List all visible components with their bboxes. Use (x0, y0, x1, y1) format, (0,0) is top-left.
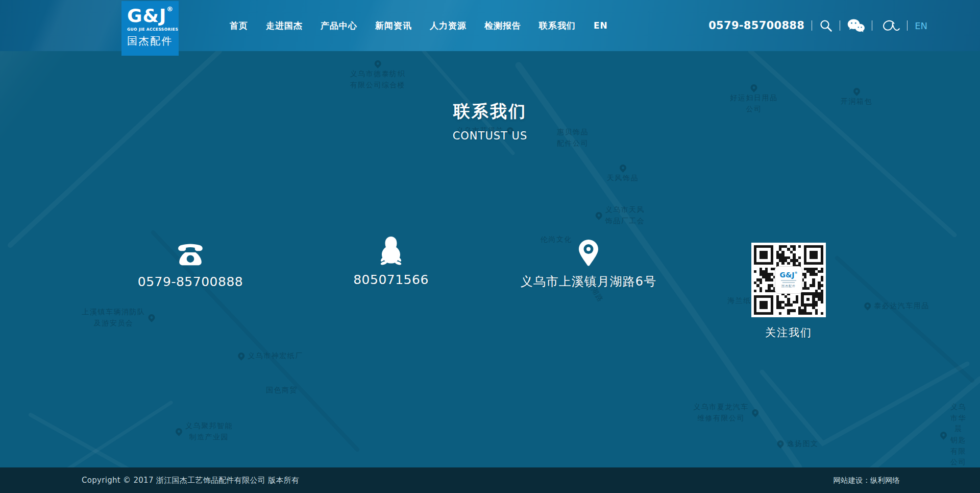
map-pin-icon (939, 430, 948, 439)
main-nav: 首页 走进国杰 产品中心 新闻资讯 人力资源 检测报告 联系我们 EN (230, 0, 626, 51)
phone-icon (88, 238, 292, 268)
copyright-text: Copyright © 2017 浙江国杰工艺饰品配件有限公司 版本所有 (82, 467, 299, 493)
map-label: 义乌聚邦智能 制造产业园 (176, 420, 233, 442)
map-pin-icon (750, 408, 760, 417)
builder-label: 网站建设： (834, 476, 871, 484)
map-pin-icon (618, 163, 627, 172)
map-label: 泰必达汽车用品 (864, 300, 929, 312)
qr-logo-lines (775, 279, 802, 283)
nav-item-reports[interactable]: 检测报告 (484, 20, 521, 32)
map-label: 义乌市德泰纺织 有限公司综合楼 (350, 60, 406, 90)
contact-phone-card: 0579-85700888 (88, 238, 292, 289)
page: 义乌市德泰纺织 有限公司综合楼好运妇日用品 公司开润箱包义乌市芬得兰惠贝饰品 配… (0, 0, 980, 493)
map-label: 义乌市神宏纸厂 (238, 350, 303, 362)
map-label: 国色商贸 (266, 385, 298, 396)
map-pin-icon (852, 86, 861, 96)
qr-logo-chinese: 国杰配件 (781, 284, 796, 289)
wechat-qr-card: G&J® 国杰配件 关注我们 (738, 243, 840, 340)
site-footer: Copyright © 2017 浙江国杰工艺饰品配件有限公司 版本所有 网站建… (0, 467, 980, 493)
nav-item-hr[interactable]: 人力资源 (430, 20, 467, 32)
map-label: 义乌市夏龙汽车 维修有限公司 (693, 402, 758, 424)
address-text: 义乌市上溪镇月湖路6号 (486, 273, 691, 290)
divider (812, 20, 812, 31)
page-subtitle: CONTUST US (0, 130, 980, 142)
qq-icon (289, 236, 493, 266)
builder-link[interactable]: 纵利网络 (870, 476, 900, 484)
company-logo[interactable]: G&J® GUO JIE ACCESSORIES 国杰配件 (121, 1, 179, 56)
qq-number: 805071566 (289, 272, 493, 287)
logo-tagline: GUO JIE ACCESSORIES (127, 27, 179, 32)
header-utilities: 0579-85700888 (708, 0, 927, 51)
map-pin-icon (147, 313, 156, 322)
map-label: 天风饰品 (607, 165, 639, 184)
map-pin-icon (237, 351, 246, 361)
nav-item-home[interactable]: 首页 (230, 20, 248, 32)
nav-item-news[interactable]: 新闻资讯 (375, 20, 412, 32)
map-label: 义乌市华晨 钥匙有限公司 (940, 402, 967, 468)
alibaba-icon[interactable] (879, 19, 900, 32)
map-pin-icon (776, 439, 785, 449)
nav-item-contact[interactable]: 联系我们 (539, 20, 576, 32)
site-builder: 网站建设：纵利网络 (834, 467, 900, 493)
site-header: G&J® GUO JIE ACCESSORIES 国杰配件 首页 走进国杰 产品… (0, 0, 980, 51)
logo-text: G&J® (127, 6, 179, 26)
qr-logo-text: G&J® (780, 271, 798, 279)
map-pin-icon (373, 59, 382, 68)
registered-mark: ® (166, 5, 174, 13)
search-icon[interactable] (819, 19, 832, 32)
map-label: 义乌市天风 饰品厂工会 (596, 204, 645, 226)
phone-number: 0579-85700888 (88, 274, 292, 289)
location-icon (486, 237, 691, 267)
map-label: 上溪镇车辆消防队 及游安员会 (82, 307, 155, 328)
map-pin-icon (174, 427, 183, 436)
contact-address-card: 义乌市上溪镇月湖路6号 (486, 237, 691, 290)
wechat-icon[interactable] (847, 18, 865, 33)
nav-item-en[interactable]: EN (594, 20, 608, 31)
header-phone-number: 0579-85700888 (708, 19, 804, 32)
divider (907, 20, 908, 31)
divider (840, 20, 840, 31)
language-toggle[interactable]: EN (915, 20, 927, 31)
qrcode-image: G&J® 国杰配件 (751, 243, 826, 317)
nav-item-about[interactable]: 走进国杰 (266, 20, 303, 32)
page-title: 联系我们 (0, 100, 980, 123)
qr-caption: 关注我们 (738, 325, 840, 340)
map-pin-icon (749, 83, 758, 92)
map-pin-icon (863, 301, 872, 311)
map-label: 逸扬图文 (777, 438, 819, 450)
contact-qq-card: 805071566 (289, 236, 493, 287)
qr-center-logo: G&J® 国杰配件 (775, 266, 802, 294)
divider (872, 20, 872, 31)
map-pin-icon (594, 210, 603, 220)
logo-chinese-name: 国杰配件 (127, 34, 179, 48)
nav-item-products[interactable]: 产品中心 (321, 20, 357, 32)
